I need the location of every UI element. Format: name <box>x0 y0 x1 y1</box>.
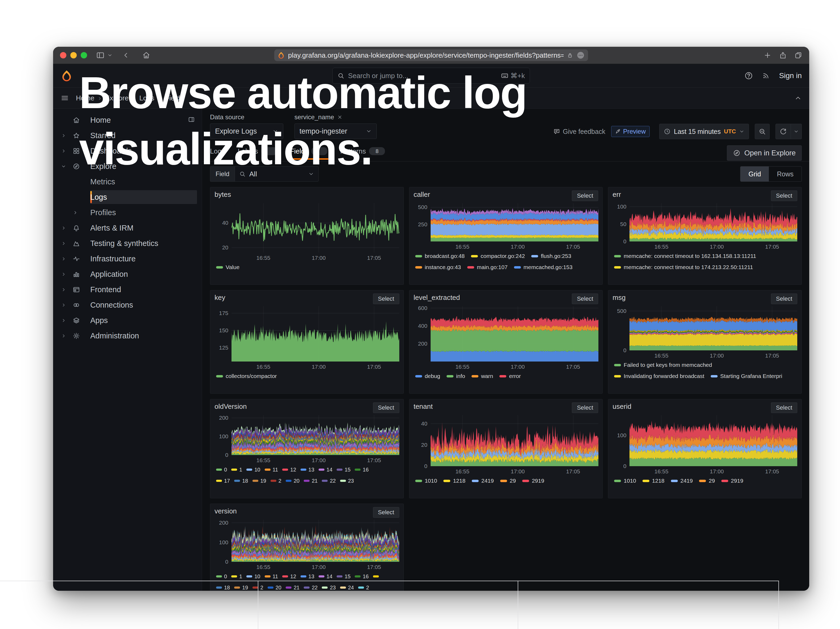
mega-menu-icon[interactable] <box>60 94 69 102</box>
expand-icon[interactable] <box>61 256 73 261</box>
sidebar-item-logs[interactable]: Logs <box>53 190 202 205</box>
legend-item[interactable]: info <box>447 373 465 379</box>
legend-item[interactable]: 2419 <box>472 477 494 484</box>
legend-item[interactable]: collectors/compactor <box>216 373 277 379</box>
sidebar-item-apps[interactable]: Apps <box>53 313 202 328</box>
legend-item[interactable]: memcached.go:153 <box>514 264 572 270</box>
help-icon[interactable] <box>744 71 753 80</box>
legend-item[interactable]: 24 <box>340 585 354 591</box>
select-button[interactable]: Select <box>572 294 598 304</box>
legend-item[interactable]: 12 <box>282 467 296 473</box>
legend-item[interactable]: memcache: connect timeout to 162.134.158… <box>614 253 756 259</box>
legend-item[interactable]: 21 <box>304 478 317 484</box>
give-feedback-link[interactable]: Give feedback <box>553 128 605 136</box>
sidebar-item-alerts-irm[interactable]: Alerts & IRM <box>53 220 202 235</box>
legend-item[interactable]: 23 <box>322 585 336 591</box>
legend-item[interactable] <box>373 575 381 577</box>
refresh-interval-button[interactable] <box>791 124 802 139</box>
expand-icon[interactable] <box>61 164 73 169</box>
legend-item[interactable]: broadcast.go:48 <box>415 253 465 259</box>
legend-item[interactable]: debug <box>415 373 440 379</box>
legend-item[interactable]: 21 <box>286 585 300 591</box>
legend-item[interactable]: main.go:107 <box>467 264 508 270</box>
legend-item[interactable]: 29 <box>699 477 715 484</box>
legend-item[interactable]: 20 <box>286 478 300 484</box>
legend-item[interactable]: 0 <box>216 467 227 473</box>
legend-item[interactable]: 13 <box>300 467 314 473</box>
legend-item[interactable]: 1218 <box>643 477 665 484</box>
select-button[interactable]: Select <box>373 402 399 413</box>
expand-icon[interactable] <box>61 303 73 308</box>
legend-item[interactable]: 29 <box>500 477 516 484</box>
select-button[interactable]: Select <box>771 402 797 413</box>
zoom-window-button[interactable] <box>81 52 87 58</box>
select-button[interactable]: Select <box>373 294 399 304</box>
legend-item[interactable]: 15 <box>336 574 351 580</box>
view-toggle-rows[interactable]: Rows <box>769 166 802 182</box>
sidebar-item-administration[interactable]: Administration <box>53 328 202 343</box>
legend-item[interactable]: 10 <box>246 467 260 473</box>
legend-item[interactable]: 18 <box>234 478 248 484</box>
tab-overview-icon[interactable] <box>794 51 802 59</box>
time-series-chart[interactable] <box>431 306 598 362</box>
legend-item[interactable]: 2919 <box>721 477 744 484</box>
legend-item[interactable]: 2 <box>270 478 281 484</box>
sidebar-item-application[interactable]: Application <box>53 266 202 282</box>
browser-home-icon[interactable] <box>142 51 150 59</box>
expand-icon[interactable] <box>61 333 73 338</box>
legend-item[interactable]: flush.go:253 <box>531 253 571 259</box>
minimize-window-button[interactable] <box>70 52 77 58</box>
expand-icon[interactable] <box>61 226 73 231</box>
legend-item[interactable]: 16 <box>355 574 368 580</box>
time-series-chart[interactable] <box>232 203 399 253</box>
view-toggle-grid[interactable]: Grid <box>741 166 769 182</box>
share-icon[interactable] <box>779 51 787 59</box>
time-series-chart[interactable] <box>630 415 797 466</box>
browser-sidebar-chevron-icon[interactable] <box>107 52 112 58</box>
legend-item[interactable]: 11 <box>265 574 278 580</box>
expand-icon[interactable] <box>61 318 73 323</box>
sign-in-link[interactable]: Sign in <box>779 71 802 80</box>
time-series-chart[interactable] <box>630 306 797 350</box>
legend-item[interactable]: 22 <box>304 585 317 591</box>
time-series-chart[interactable] <box>431 203 598 242</box>
legend-item[interactable]: warn <box>472 373 493 379</box>
grafana-logo[interactable] <box>60 70 73 82</box>
expand-icon[interactable] <box>61 287 73 292</box>
browser-back-icon[interactable] <box>122 51 130 59</box>
time-series-chart[interactable] <box>232 520 399 562</box>
legend-item[interactable]: 23 <box>340 478 354 484</box>
url-more-icon[interactable] <box>576 51 585 60</box>
collapse-section-icon[interactable] <box>794 94 802 102</box>
expand-icon[interactable] <box>61 133 73 138</box>
expand-icon[interactable] <box>61 241 73 246</box>
time-series-chart[interactable] <box>431 415 598 466</box>
time-series-chart[interactable] <box>232 306 399 362</box>
legend-item[interactable]: instance.go:43 <box>415 264 461 270</box>
legend-item[interactable]: 16 <box>355 467 368 473</box>
new-tab-icon[interactable] <box>764 51 772 59</box>
url-bar[interactable]: play.grafana.org/a/grafana-lokiexplore-a… <box>274 49 588 61</box>
legend-item[interactable]: 19 <box>253 478 266 484</box>
legend-item[interactable]: compactor.go:242 <box>471 253 525 259</box>
legend-item[interactable]: 14 <box>319 574 332 580</box>
time-series-chart[interactable] <box>232 415 399 455</box>
legend-item[interactable]: Starting Grafana Enterpri <box>711 373 782 379</box>
legend-item[interactable]: 1010 <box>415 477 437 484</box>
legend-item[interactable]: 17 <box>216 478 230 484</box>
expand-icon[interactable] <box>61 272 73 277</box>
legend-item[interactable]: 19 <box>234 585 248 591</box>
zoom-out-button[interactable] <box>755 124 770 139</box>
legend-item[interactable]: 1010 <box>614 477 636 484</box>
legend-item[interactable]: 1 <box>231 467 242 473</box>
select-button[interactable]: Select <box>572 402 598 413</box>
legend-item[interactable]: 20 <box>268 585 281 591</box>
expand-icon[interactable] <box>61 149 73 153</box>
legend-item[interactable]: 15 <box>336 467 351 473</box>
time-range-picker[interactable]: Last 15 minutes UTC <box>659 124 749 139</box>
sidebar-item-testing-synthetics[interactable]: Testing & synthetics <box>53 235 202 251</box>
legend-item[interactable]: Value <box>216 264 240 270</box>
legend-item[interactable]: Failed to get keys from memcached <box>614 362 712 368</box>
legend-item[interactable]: memcache: connect timeout to 174.213.22.… <box>614 264 753 270</box>
select-button[interactable]: Select <box>771 190 797 201</box>
